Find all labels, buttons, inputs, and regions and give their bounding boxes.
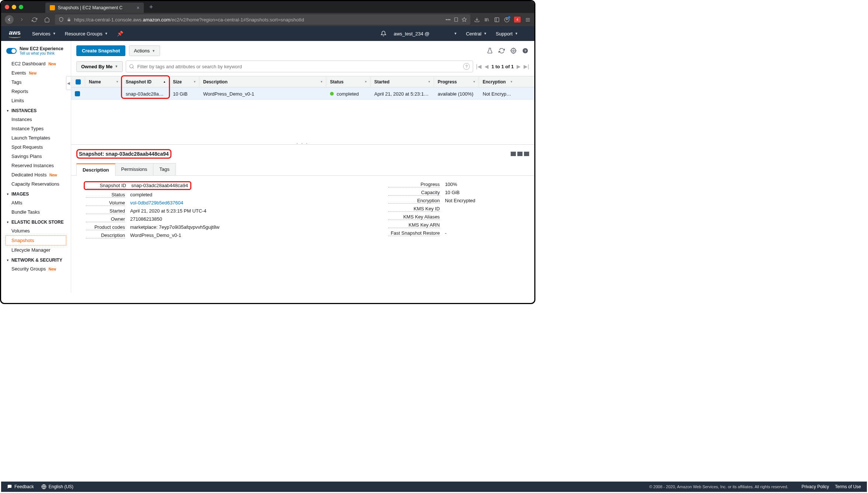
value-volume[interactable]: vol-0dbd729b5ed637604 [130,200,183,206]
sidebar-volumes[interactable]: Volumes [1,226,71,235]
select-all-header[interactable] [71,76,85,87]
col-status[interactable]: Status▾ [326,76,371,87]
aws-logo[interactable]: aws [8,30,21,38]
sidebar-amis[interactable]: AMIs [1,198,71,207]
layout-split-icon[interactable] [517,152,522,156]
tell-us-link[interactable]: Tell us what you think [20,51,63,55]
menu-icon[interactable] [525,17,531,23]
maximize-window[interactable] [19,5,23,9]
cell-status: completed [326,91,371,97]
browser-tab[interactable]: Snapshots | EC2 Management C × [45,3,144,13]
home-button[interactable] [42,15,51,24]
refresh-icon[interactable] [497,47,506,55]
library-icon[interactable] [484,17,490,23]
page-next-icon[interactable]: ▶ [517,63,521,69]
url-bar[interactable]: https://ca-central-1.console.aws.amazon.… [55,14,471,25]
row-checkbox[interactable] [75,91,80,96]
experiments-icon[interactable] [486,47,494,55]
col-started[interactable]: Started▾ [371,76,434,87]
settings-icon[interactable] [509,47,517,55]
cell-snapshot-id: snap-03adc28aab4... [122,91,169,97]
sidebar-snapshots[interactable]: Snapshots [6,235,66,245]
sidebar-limits[interactable]: Limits [1,96,71,105]
browser-toolbar: https://ca-central-1.console.aws.amazon.… [1,13,534,26]
tab-description[interactable]: Description [76,163,115,176]
tab-tags[interactable]: Tags [153,163,176,175]
sidebar-icon[interactable] [494,17,500,23]
sidebar-collapse-handle[interactable]: ◀ [66,76,71,90]
resource-groups-menu[interactable]: Resource Groups▼ [65,31,108,37]
sidebar-spot-requests[interactable]: Spot Requests [1,142,71,152]
sidebar-instances[interactable]: Instances [1,115,71,124]
create-snapshot-button[interactable]: Create Snapshot [76,45,125,56]
user-menu[interactable]: aws_test_234 @▼ [394,31,457,37]
sidebar-section-network[interactable]: NETWORK & SECURITY [1,255,71,264]
value-product-codes: marketplace: 7eyp7o9i35afqvpvvh5gujt8w [130,224,219,230]
close-tab-icon[interactable]: × [136,5,139,11]
sidebar-dashboard[interactable]: EC2 Dashboard New [1,59,71,68]
page-first-icon[interactable]: |◀ [476,63,482,69]
sidebar-security-groups[interactable]: Security Groups New [1,264,71,273]
new-experience-label: New EC2 Experience [20,46,63,51]
sidebar-section-instances[interactable]: INSTANCES [1,105,71,115]
label-started: Started [86,208,125,214]
sidebar-capacity-reservations[interactable]: Capacity Reservations [1,179,71,189]
services-menu[interactable]: Services▼ [32,31,56,37]
content-area: Create Snapshot Actions▼ ? Owned By Me▼ [71,41,534,293]
col-snapshot-id[interactable]: Snapshot ID▴ [122,76,169,87]
cell-description: WordPress_Demo_v0-1 [199,91,326,97]
region-menu[interactable]: Central▼ [466,31,487,37]
sidebar-reserved-instances[interactable]: Reserved Instances [1,161,71,170]
col-name[interactable]: Name▾ [85,76,122,87]
sidebar-lifecycle-manager[interactable]: Lifecycle Manager [1,245,71,255]
help-icon[interactable]: ? [521,47,529,55]
layout-min-icon[interactable] [511,152,516,156]
actions-menu-button[interactable]: Actions▼ [129,45,160,56]
sidebar-section-ebs[interactable]: ELASTIC BLOCK STORE [1,217,71,226]
tab-permissions[interactable]: Permissions [115,163,154,175]
table-row[interactable]: snap-03adc28aab4... 10 GiB WordPress_Dem… [71,87,534,100]
search-box[interactable]: ? [126,61,473,72]
col-description[interactable]: Description▾ [199,76,326,87]
highlight-box: Snapshot: snap-03adc28aab448ca94 [76,149,171,159]
layout-max-icon[interactable] [524,152,529,156]
reader-icon[interactable] [454,17,459,22]
search-help-icon[interactable]: ? [463,63,470,70]
value-progress: 100% [445,182,457,187]
sidebar-launch-templates[interactable]: Launch Templates [1,133,71,142]
sidebar-savings-plans[interactable]: Savings Plans [1,152,71,161]
star-icon[interactable] [462,17,467,22]
sidebar-dedicated-hosts[interactable]: Dedicated Hosts New [1,170,71,179]
sidebar-instance-types[interactable]: Instance Types [1,124,71,133]
back-button[interactable] [5,15,14,24]
col-progress[interactable]: Progress▾ [434,76,479,87]
pin-icon[interactable]: 📌 [117,31,123,37]
sidebar-reports[interactable]: Reports [1,87,71,96]
label-encryption: Encryption [388,198,440,204]
account-icon[interactable] [504,17,510,23]
download-icon[interactable] [474,17,480,23]
col-encryption[interactable]: Encryption▾ [479,76,516,87]
col-size[interactable]: Size▾ [169,76,199,87]
support-menu[interactable]: Support▼ [496,31,518,37]
value-owner: 271086213850 [130,216,162,222]
reload-button[interactable] [30,15,39,24]
sidebar-bundle-tasks[interactable]: Bundle Tasks [1,207,71,217]
bell-icon[interactable] [381,31,386,37]
search-input[interactable] [137,64,460,69]
new-experience-toggle[interactable] [6,48,17,54]
svg-rect-0 [68,20,70,21]
new-tab-button[interactable]: + [149,3,153,11]
minimize-window[interactable] [12,5,16,9]
page-last-icon[interactable]: ▶| [524,63,529,69]
forward-button[interactable] [17,15,26,24]
more-icon[interactable]: ••• [445,17,451,23]
sidebar-section-images[interactable]: IMAGES [1,189,71,198]
sidebar-tags[interactable]: Tags [1,77,71,87]
sidebar-events[interactable]: Events New [1,68,71,77]
close-window[interactable] [5,5,9,9]
page-prev-icon[interactable]: ◀ [485,63,489,69]
extension-icon[interactable]: 4 [514,17,521,23]
owned-by-filter[interactable]: Owned By Me▼ [76,61,123,72]
label-fast-restore: Fast Snapshot Restore [388,230,440,236]
